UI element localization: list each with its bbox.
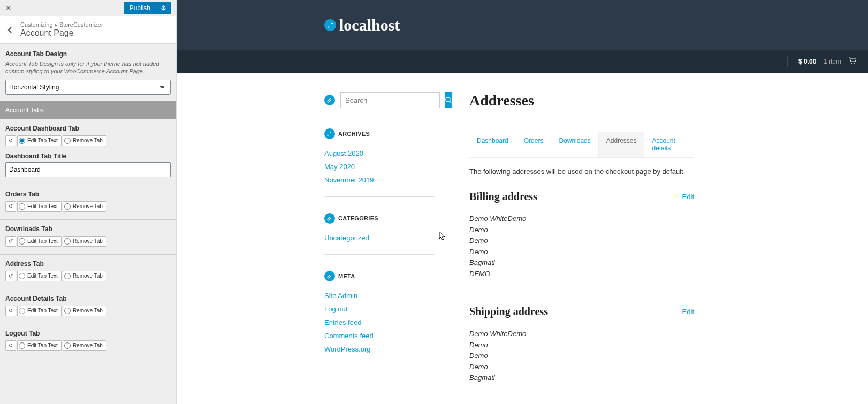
account-tab-section: Account Dashboard Tab↺Edit Tab TextRemov… — [0, 119, 176, 185]
list-item: May 2020 — [324, 160, 434, 173]
reset-button[interactable]: ↺ — [5, 236, 16, 247]
widget-link[interactable]: Log out — [324, 302, 434, 316]
edit-icon[interactable] — [324, 95, 335, 105]
tab-design-description: Account Tab Design is only for if your t… — [0, 60, 176, 80]
archives-widget: ARCHIVES August 2020May 2020November 201… — [324, 128, 434, 197]
list-item: Entries feed — [324, 316, 434, 329]
svg-point-1 — [854, 63, 855, 64]
widget-link[interactable]: August 2020 — [324, 147, 434, 160]
reset-button[interactable]: ↺ — [5, 306, 16, 316]
page-title: Addresses — [469, 92, 694, 109]
remove-tab-radio[interactable]: Remove Tab — [63, 135, 106, 146]
account-tab-section: Account Details Tab↺Edit Tab TextRemove … — [0, 289, 176, 324]
reset-button[interactable]: ↺ — [5, 271, 16, 281]
breadcrumb: Customizing ▸ StoreCustomizer — [20, 21, 103, 28]
address-line: Demo WhiteDemo — [469, 214, 694, 224]
tab-section-label: Downloads Tab — [5, 225, 171, 233]
edit-tab-text-radio[interactable]: Edit Tab Text — [17, 236, 62, 247]
remove-tab-radio[interactable]: Remove Tab — [63, 340, 106, 351]
tab-design-select[interactable]: Horizontal Styling — [5, 80, 171, 95]
edit-icon[interactable] — [324, 213, 335, 224]
remove-tab-radio[interactable]: Remove Tab — [63, 236, 106, 247]
cart-icon[interactable] — [849, 57, 856, 65]
site-header: localhost — [177, 0, 868, 50]
account-tab[interactable]: Downloads — [551, 132, 598, 157]
address-line: Demo — [469, 350, 694, 361]
edit-tab-text-radio[interactable]: Edit Tab Text — [17, 201, 62, 212]
svg-line-3 — [450, 101, 451, 103]
account-tab[interactable]: Account details — [644, 132, 694, 157]
remove-tab-radio[interactable]: Remove Tab — [63, 306, 106, 316]
widget-link[interactable]: November 2019 — [324, 173, 434, 187]
address-line: Demo — [469, 362, 694, 372]
address-line: Demo — [469, 247, 694, 257]
account-tab[interactable]: Addresses — [599, 132, 645, 157]
back-button[interactable] — [3, 23, 17, 37]
account-tabs-nav: DashboardOrdersDownloadsAddressesAccount… — [469, 132, 694, 158]
account-tabs-header: Account Tabs — [0, 101, 176, 119]
site-brand[interactable]: localhost — [324, 16, 400, 34]
reset-button[interactable]: ↺ — [5, 340, 16, 351]
edit-icon[interactable] — [324, 271, 335, 281]
chevron-left-icon — [7, 27, 13, 33]
search-button[interactable] — [445, 92, 452, 108]
list-item: Uncategorized — [324, 231, 434, 245]
widget-link[interactable]: Uncategorized — [324, 231, 434, 245]
tab-section-label: Account Details Tab — [5, 295, 171, 302]
list-item: Comments feed — [324, 329, 434, 342]
publish-button[interactable]: Publish — [124, 2, 156, 14]
remove-tab-radio[interactable]: Remove Tab — [63, 201, 106, 212]
site-title: localhost — [339, 16, 400, 34]
site-preview: localhost $ 0.00 1 item ARCHIV — [177, 0, 868, 404]
edit-tab-text-radio[interactable]: Edit Tab Text — [17, 340, 62, 351]
account-tab-section: Downloads Tab↺Edit Tab TextRemove Tab — [0, 220, 176, 255]
billing-address-heading: Billing address — [469, 190, 537, 203]
widget-link[interactable]: Entries feed — [324, 316, 434, 329]
close-customizer-button[interactable]: ✕ — [0, 0, 17, 16]
reset-button[interactable]: ↺ — [5, 201, 16, 212]
svg-point-0 — [851, 63, 852, 64]
dashboard-tab-title-input[interactable] — [5, 162, 171, 177]
reset-button[interactable]: ↺ — [5, 135, 16, 146]
publish-settings-button[interactable]: ⚙ — [156, 2, 171, 14]
edit-icon[interactable] — [324, 128, 335, 139]
customizer-sidebar: ✕ Publish ⚙ Customizing ▸ StoreCustomize… — [0, 0, 177, 404]
widget-link[interactable]: WordPress.org — [324, 342, 434, 356]
edit-icon[interactable] — [324, 19, 336, 31]
address-line: DEMO — [469, 269, 694, 279]
cart-item-count: 1 item — [824, 58, 841, 65]
widget-link[interactable]: Site Admin — [324, 289, 434, 302]
panel-title: Account Page — [20, 28, 103, 38]
edit-shipping-link[interactable]: Edit — [682, 308, 694, 316]
customizer-header: Customizing ▸ StoreCustomizer Account Pa… — [0, 16, 176, 44]
tab-section-label: Address Tab — [5, 260, 171, 268]
tab-section-label: Orders Tab — [5, 190, 171, 198]
edit-tab-text-radio[interactable]: Edit Tab Text — [17, 306, 62, 316]
svg-point-2 — [446, 97, 450, 102]
edit-tab-text-radio[interactable]: Edit Tab Text — [17, 271, 62, 281]
account-tab-section: Address Tab↺Edit Tab TextRemove Tab — [0, 255, 176, 289]
categories-widget: CATEGORIES Uncategorized — [324, 213, 434, 255]
widget-link[interactable]: May 2020 — [324, 160, 434, 173]
account-tab-section: Orders Tab↺Edit Tab TextRemove Tab — [0, 185, 176, 220]
shipping-address-heading: Shipping address — [469, 306, 548, 318]
account-tab[interactable]: Dashboard — [469, 132, 516, 157]
account-tab-section: Logout Tab↺Edit Tab TextRemove Tab — [0, 324, 176, 359]
address-line: Demo WhiteDemo — [469, 329, 694, 339]
list-item: Log out — [324, 302, 434, 316]
edit-billing-link[interactable]: Edit — [682, 193, 694, 201]
account-tab[interactable]: Orders — [516, 132, 552, 157]
widget-link[interactable]: Comments feed — [324, 329, 434, 342]
address-line: Demo — [469, 225, 694, 235]
tab-design-label: Account Tab Design — [0, 44, 176, 60]
search-input[interactable] — [340, 92, 440, 108]
billing-address: Demo WhiteDemoDemoDemoDemoBagmatiDEMO — [469, 214, 694, 279]
edit-tab-text-radio[interactable]: Edit Tab Text — [17, 135, 62, 146]
cart-bar: $ 0.00 1 item — [177, 50, 868, 73]
shipping-address: Demo WhiteDemoDemoDemoDemoBagmati — [469, 329, 694, 383]
remove-tab-radio[interactable]: Remove Tab — [63, 271, 106, 281]
dashboard-tab-title-label: Dashboard Tab Title — [5, 153, 171, 160]
list-item: August 2020 — [324, 147, 434, 160]
customizer-topbar: ✕ Publish ⚙ — [0, 0, 176, 16]
tab-section-label: Account Dashboard Tab — [5, 125, 171, 132]
